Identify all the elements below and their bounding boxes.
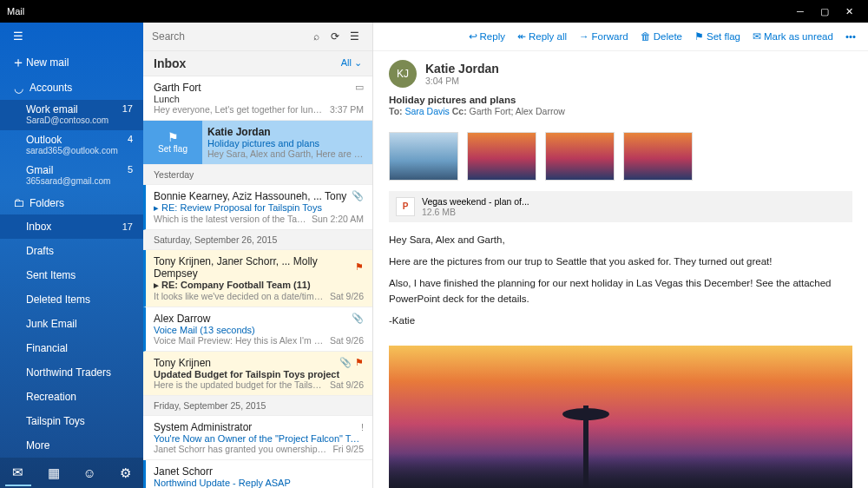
message-list-pane: ⌕ ⟳ ☰ Inbox All ⌄ Garth Fort▭LunchHey ev… bbox=[143, 23, 373, 488]
set-flag-button[interactable]: ⚑Set flag bbox=[694, 30, 740, 43]
feedback-icon[interactable]: ☺ bbox=[76, 460, 102, 486]
settings-icon[interactable]: ⚙ bbox=[112, 460, 138, 486]
cc-recipients: Garth Fort; Alex Darrow bbox=[470, 106, 565, 116]
reader-header: KJ Katie Jordan 3:04 PM Holiday pictures… bbox=[373, 51, 868, 123]
titlebar: Mail ─ ▢ ✕ bbox=[0, 0, 868, 23]
mail-icon: ✉ bbox=[753, 30, 761, 43]
account-item[interactable]: 5Gmail365sarad@gmail.com bbox=[0, 161, 143, 191]
message-item[interactable]: Garth Fort▭LunchHey everyone, Let's get … bbox=[143, 76, 372, 121]
reply-all-button[interactable]: ↞Reply all bbox=[517, 30, 567, 43]
folder-item[interactable]: Deleted Items bbox=[0, 287, 143, 312]
folder-item[interactable]: Recreation bbox=[0, 385, 143, 409]
calendar-icon: ▭ bbox=[355, 82, 364, 93]
app-title: Mail bbox=[7, 6, 24, 16]
mark-unread-button[interactable]: ✉Mark as unread bbox=[753, 30, 833, 43]
folder-item[interactable]: Financial bbox=[0, 336, 143, 360]
list-heading-label: Inbox bbox=[154, 56, 186, 70]
flag-icon: ⚑ bbox=[355, 357, 364, 368]
image-thumbnail[interactable] bbox=[545, 132, 615, 181]
search-icon[interactable]: ⌕ bbox=[306, 30, 326, 43]
accounts-label: Accounts bbox=[30, 82, 133, 94]
image-thumbnail[interactable] bbox=[623, 132, 693, 181]
refresh-icon[interactable]: ⟳ bbox=[326, 30, 345, 43]
group-header: Yesterday bbox=[143, 165, 372, 185]
sender-name: Katie Jordan bbox=[425, 62, 499, 76]
hamburger-icon: ☰ bbox=[10, 30, 26, 43]
folder-item[interactable]: More bbox=[0, 433, 143, 458]
sender-avatar: KJ bbox=[389, 60, 417, 88]
account-item[interactable]: 17Work emailSaraD@contoso.com bbox=[0, 100, 143, 130]
attachment-name: Vegas weekend - plan of... bbox=[422, 196, 529, 207]
sidebar-bottom-bar: ✉ ▦ ☺ ⚙ bbox=[0, 458, 143, 488]
forward-button[interactable]: →Forward bbox=[579, 31, 628, 42]
powerpoint-icon: P bbox=[396, 197, 415, 216]
calendar-tab-icon[interactable]: ▦ bbox=[41, 460, 67, 486]
message-body: Hey Sara, Alex and Garth, Here are the p… bbox=[373, 229, 868, 339]
message-item[interactable]: Alex Darrow📎Voice Mail (13 seconds)Voice… bbox=[143, 307, 372, 352]
attachment-size: 12.6 MB bbox=[422, 207, 529, 217]
close-button[interactable]: ✕ bbox=[837, 0, 861, 23]
new-mail-label: New mail bbox=[26, 56, 133, 69]
forward-icon: → bbox=[579, 31, 589, 42]
reader-actions: ↩Reply ↞Reply all →Forward 🗑Delete ⚑Set … bbox=[373, 23, 868, 51]
group-header: Saturday, September 26, 2015 bbox=[143, 230, 372, 250]
to-recipient[interactable]: Sara Davis bbox=[404, 106, 449, 116]
folder-item[interactable]: Junk Email bbox=[0, 312, 143, 336]
message-item[interactable]: System Administrator!You're Now an Owner… bbox=[143, 416, 372, 460]
flag-action[interactable]: ⚑Set flag bbox=[143, 121, 202, 164]
minimize-button[interactable]: ─ bbox=[788, 0, 812, 23]
folder-item[interactable]: Sent Items bbox=[0, 263, 143, 287]
filter-dropdown[interactable]: All ⌄ bbox=[341, 57, 362, 69]
account-item[interactable]: 4Outlooksarad365@outlook.com bbox=[0, 130, 143, 161]
folder-item[interactable]: Inbox17 bbox=[0, 214, 143, 239]
image-thumbnail[interactable] bbox=[467, 132, 536, 181]
reading-pane: ↩Reply ↞Reply all →Forward 🗑Delete ⚑Set … bbox=[373, 23, 868, 488]
recipients-line: To: Sara Davis Cc: Garth Fort; Alex Darr… bbox=[389, 106, 852, 116]
maximize-button[interactable]: ▢ bbox=[812, 0, 837, 23]
reply-all-icon: ↞ bbox=[517, 30, 526, 43]
chevron-down-icon: ⌄ bbox=[354, 57, 362, 68]
inline-image bbox=[389, 346, 852, 488]
reply-button[interactable]: ↩Reply bbox=[469, 30, 505, 43]
message-item[interactable]: Janet SchorrNorthwind Update - Reply ASA… bbox=[143, 460, 372, 488]
select-mode-icon[interactable]: ☰ bbox=[345, 30, 364, 43]
flag-icon: ⚑ bbox=[694, 30, 704, 43]
person-icon: ◡ bbox=[10, 82, 26, 95]
reader-subject: Holiday pictures and plans bbox=[389, 95, 852, 105]
folder-item[interactable]: Drafts bbox=[0, 239, 143, 263]
more-actions-button[interactable]: ••• bbox=[845, 31, 856, 42]
attachment-icon: 📎 bbox=[339, 357, 352, 368]
trash-icon: 🗑 bbox=[641, 31, 651, 42]
folder-icon: 🗀 bbox=[10, 196, 26, 209]
new-mail-button[interactable]: ＋New mail bbox=[0, 49, 143, 76]
message-item[interactable]: ⚑Set flagKatie JordanHoliday pictures an… bbox=[143, 121, 372, 165]
folders-header[interactable]: 🗀Folders bbox=[0, 191, 143, 214]
search-bar: ⌕ ⟳ ☰ bbox=[143, 23, 372, 51]
attachment-icon: 📎 bbox=[352, 313, 364, 324]
sidebar: ☰ ＋New mail ◡Accounts 17Work emailSaraD@… bbox=[0, 23, 143, 488]
sent-time: 3:04 PM bbox=[425, 76, 499, 86]
folder-item[interactable]: Tailspin Toys bbox=[0, 409, 143, 433]
hamburger-button[interactable]: ☰ bbox=[0, 23, 143, 49]
important-icon: ! bbox=[361, 422, 364, 432]
flag-icon: ⚑ bbox=[355, 261, 364, 273]
accounts-header[interactable]: ◡Accounts bbox=[0, 76, 143, 100]
message-item[interactable]: Tony Krijnen📎⚑Updated Budget for Tailspi… bbox=[143, 352, 372, 396]
delete-button[interactable]: 🗑Delete bbox=[641, 31, 682, 42]
attachment-icon: 📎 bbox=[352, 190, 364, 201]
folder-item[interactable]: Northwind Traders bbox=[0, 360, 143, 385]
file-attachment[interactable]: P Vegas weekend - plan of... 12.6 MB bbox=[389, 191, 852, 222]
image-attachments bbox=[373, 123, 868, 184]
search-input[interactable] bbox=[152, 30, 306, 43]
message-item[interactable]: Tony Krijnen, Janer Schorr, ... Molly De… bbox=[143, 250, 372, 307]
group-header: Friday, September 25, 2015 bbox=[143, 396, 372, 416]
plus-icon: ＋ bbox=[10, 54, 26, 72]
mail-tab-icon[interactable]: ✉ bbox=[5, 460, 31, 486]
message-item[interactable]: Bonnie Kearney, Aziz Hassouneh, ... Tony… bbox=[143, 185, 372, 230]
reply-icon: ↩ bbox=[469, 30, 477, 43]
folders-label: Folders bbox=[30, 197, 133, 209]
list-heading: Inbox All ⌄ bbox=[143, 51, 372, 76]
image-thumbnail[interactable] bbox=[389, 132, 458, 181]
